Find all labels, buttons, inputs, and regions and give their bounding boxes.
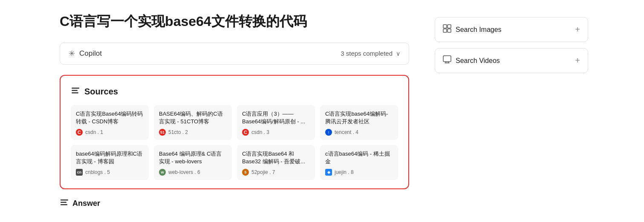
copilot-bar: ✳ Copilot 3 steps completed ∨ — [60, 43, 409, 65]
svg-rect-4 — [61, 202, 66, 203]
svg-rect-9 — [448, 29, 451, 32]
source-domain: csdn . 3 — [251, 129, 269, 135]
source-card[interactable]: C语言实现base64编解码-腾讯云开发者社区 ↑ tencent . 4 — [320, 105, 398, 140]
source-title: Base64 编码原理& C语言实现 - web-lovers — [159, 150, 227, 165]
plus-icon-0[interactable]: + — [575, 25, 580, 34]
source-domain: web-lovers . 6 — [168, 169, 200, 175]
source-meta: C csdn . 3 — [242, 129, 310, 136]
copilot-left: ✳ Copilot — [69, 49, 102, 58]
source-card[interactable]: C语言实现Base64编码转码转载 - CSDN博客 C csdn . 1 — [71, 105, 149, 140]
source-card[interactable]: C语言实现Base64 和 Base32 编解码 - 吾爱破... 5 52po… — [237, 145, 315, 180]
action-left: Search Images — [443, 24, 502, 35]
svg-rect-7 — [448, 25, 451, 28]
right-panel: Search Images + Search Videos + — [426, 13, 605, 222]
source-meta: ◈ juejin . 8 — [325, 169, 393, 176]
source-favicon: ◈ — [325, 169, 332, 176]
left-panel: C语言写一个实现base64文件转换的代码 ✳ Copilot 3 steps … — [0, 13, 426, 222]
action-card-0[interactable]: Search Images + — [435, 17, 588, 42]
source-meta: w web-lovers . 6 — [159, 169, 227, 176]
svg-rect-10 — [443, 56, 451, 62]
svg-rect-2 — [72, 92, 78, 94]
source-title: base64编码解码原理和C语言实现 - 博客园 — [76, 150, 144, 165]
source-favicon: C — [76, 129, 83, 136]
answer-icon — [60, 198, 69, 209]
source-favicon: 5 — [242, 169, 249, 176]
source-meta: 5 52pojie . 7 — [242, 169, 310, 176]
main-layout: C语言写一个实现base64文件转换的代码 ✳ Copilot 3 steps … — [0, 0, 644, 222]
source-title: C语言实现Base64 和 Base32 编解码 - 吾爱破... — [242, 150, 310, 165]
action-label-0: Search Images — [456, 26, 502, 34]
answer-section: Answer — [60, 198, 409, 209]
sources-header: Sources — [71, 86, 398, 97]
copilot-label: Copilot — [79, 49, 102, 58]
copilot-steps[interactable]: 3 steps completed ∨ — [341, 50, 400, 57]
svg-rect-0 — [72, 88, 79, 89]
source-domain: cnblogs . 5 — [85, 169, 110, 175]
source-card[interactable]: base64编码解码原理和C语言实现 - 博客园 cn cnblogs . 5 — [71, 145, 149, 180]
action-card-1[interactable]: Search Videos + — [435, 48, 588, 73]
source-title: c语言base64编码 - 稀土掘金 — [325, 150, 393, 165]
source-favicon: cn — [76, 169, 83, 176]
sources-box: Sources C语言实现Base64编码转码转载 - CSDN博客 C csd… — [60, 75, 409, 190]
source-domain: juejin . 8 — [335, 169, 354, 175]
source-meta: C csdn . 1 — [76, 129, 144, 136]
svg-rect-1 — [72, 90, 78, 91]
source-title: C语言实现Base64编码转码转载 - CSDN博客 — [76, 110, 144, 125]
source-card[interactable]: c语言base64编码 - 稀土掘金 ◈ juejin . 8 — [320, 145, 398, 180]
action-label-1: Search Videos — [456, 57, 500, 65]
steps-text: 3 steps completed — [341, 50, 393, 57]
svg-rect-8 — [443, 29, 447, 32]
action-icon-1 — [443, 55, 451, 66]
svg-rect-5 — [61, 204, 67, 205]
answer-label: Answer — [72, 199, 100, 208]
source-favicon: C — [242, 129, 249, 136]
svg-rect-3 — [61, 199, 68, 201]
source-card[interactable]: C语言应用（3）——Base64编码/解码原创 - ... C csdn . 3 — [237, 105, 315, 140]
action-icon-0 — [443, 24, 451, 35]
source-domain: 52pojie . 7 — [251, 169, 275, 175]
chevron-down-icon: ∨ — [396, 50, 400, 57]
plus-icon-1[interactable]: + — [575, 56, 580, 65]
source-favicon: 51 — [159, 129, 166, 136]
source-domain: csdn . 1 — [85, 129, 103, 135]
source-title: C语言实现base64编解码-腾讯云开发者社区 — [325, 110, 393, 125]
page-title: C语言写一个实现base64文件转换的代码 — [60, 13, 409, 31]
source-domain: tencent . 4 — [335, 129, 358, 135]
sources-icon — [71, 86, 80, 97]
source-meta: ↑ tencent . 4 — [325, 129, 393, 136]
sources-grid: C语言实现Base64编码转码转载 - CSDN博客 C csdn . 1 BA… — [71, 105, 398, 180]
source-title: BASE64编码、解码的C语言实现 - 51CTO博客 — [159, 110, 227, 125]
source-favicon: ↑ — [325, 129, 332, 136]
source-title: C语言应用（3）——Base64编码/解码原创 - ... — [242, 110, 310, 125]
source-meta: 51 51cto . 2 — [159, 129, 227, 136]
source-card[interactable]: BASE64编码、解码的C语言实现 - 51CTO博客 51 51cto . 2 — [154, 105, 232, 140]
source-favicon: w — [159, 169, 166, 176]
source-meta: cn cnblogs . 5 — [76, 169, 144, 176]
source-domain: 51cto . 2 — [168, 129, 188, 135]
sources-title: Sources — [84, 87, 118, 97]
copilot-icon: ✳ — [69, 49, 75, 58]
action-left: Search Videos — [443, 55, 500, 66]
source-card[interactable]: Base64 编码原理& C语言实现 - web-lovers w web-lo… — [154, 145, 232, 180]
svg-rect-6 — [443, 25, 447, 28]
